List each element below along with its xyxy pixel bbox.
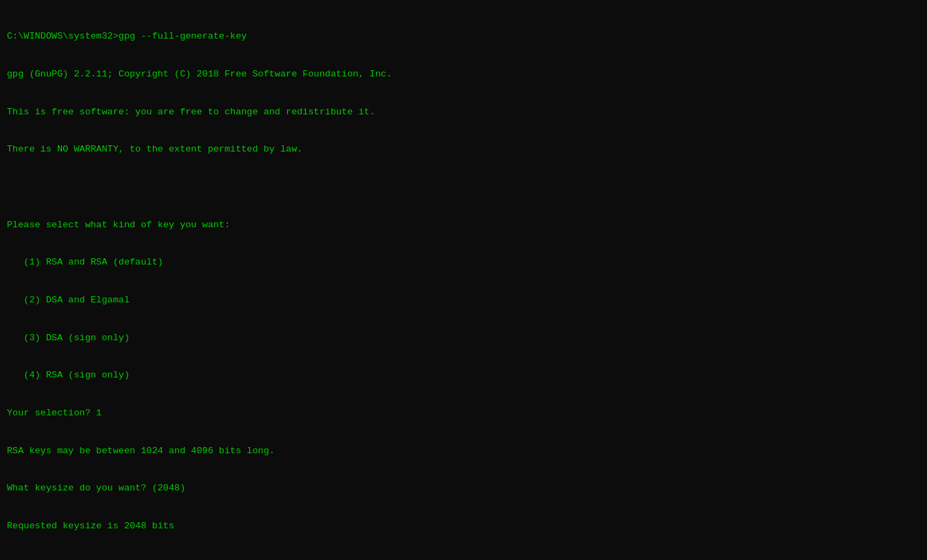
line-opt-4: (4) RSA (sign only) [7, 369, 920, 382]
line-selection: Your selection? 1 [7, 407, 920, 419]
line-free-software: This is free software: you are free to c… [7, 106, 920, 118]
line-opt-2: (2) DSA and Elgamal [7, 294, 920, 307]
line-select-key: Please select what kind of key you want: [7, 219, 920, 231]
line-gpg-version: gpg (GnuPG) 2.2.11; Copyright (C) 2018 F… [7, 68, 920, 81]
line-rsa-range: RSA keys may be between 1024 and 4096 bi… [7, 445, 920, 457]
line-opt-3: (3) DSA (sign only) [7, 332, 920, 344]
line-opt-1: (1) RSA and RSA (default) [7, 256, 920, 269]
terminal-window: C:\WINDOWS\system32>gpg --full-generate-… [7, 6, 920, 560]
line-blank-1 [7, 181, 920, 194]
line-keysize-prompt: What keysize do you want? (2048) [7, 482, 920, 495]
line-requested-keysize: Requested keysize is 2048 bits [7, 520, 920, 532]
line-valid-prompt: Please specify how long the key should b… [7, 558, 920, 560]
prompt-line: C:\WINDOWS\system32>gpg --full-generate-… [7, 30, 920, 43]
line-no-warranty: There is NO WARRANTY, to the extent perm… [7, 143, 920, 156]
